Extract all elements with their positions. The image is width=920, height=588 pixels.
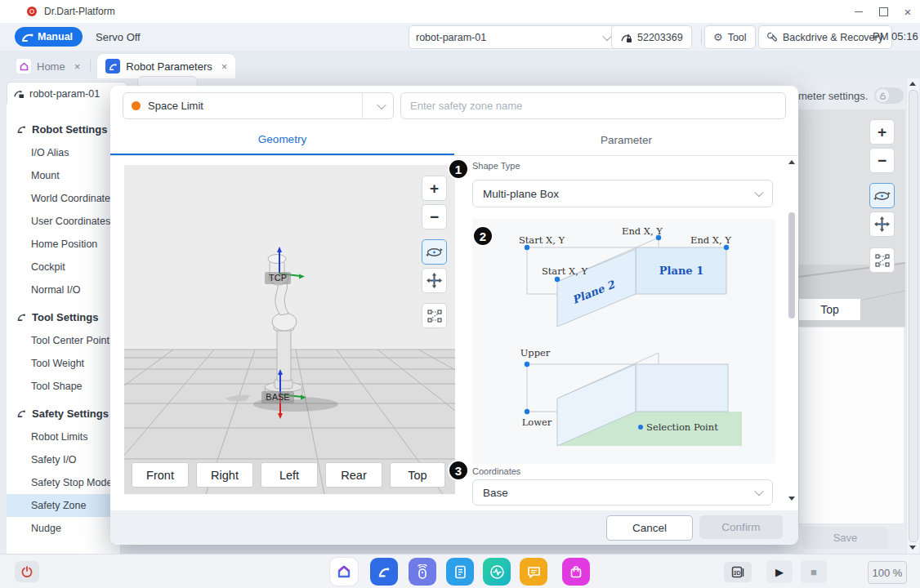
zoom-out-button[interactable]: − bbox=[422, 204, 447, 229]
zone-type-select[interactable]: Space Limit bbox=[123, 92, 394, 119]
tool-button[interactable]: ⚙ Tool bbox=[704, 25, 756, 49]
save-button[interactable]: Save bbox=[802, 527, 888, 549]
section-title: Safety Settings bbox=[32, 408, 109, 420]
lower-label: Lower bbox=[522, 416, 552, 428]
sidebar-item-nudge[interactable]: Nudge bbox=[7, 517, 120, 540]
tab-home-close-icon[interactable]: × bbox=[74, 60, 81, 73]
tab-robot-parameters-close-icon[interactable]: × bbox=[221, 60, 228, 73]
scroll-up-arrow[interactable] bbox=[909, 82, 916, 86]
bg-zoom-in-button[interactable]: + bbox=[869, 119, 895, 145]
simulation-3d-button[interactable]: 3D bbox=[724, 562, 752, 582]
pan-view-button[interactable] bbox=[422, 268, 447, 293]
scroll-up-arrow[interactable] bbox=[788, 160, 795, 164]
app-logo-icon bbox=[27, 7, 37, 16]
pan-icon bbox=[874, 216, 890, 232]
view-front-label: Front bbox=[146, 469, 174, 482]
shape-type-select[interactable]: Multi-plane Box bbox=[472, 180, 773, 207]
sidebar-item-safety-io[interactable]: Safety I/O bbox=[7, 448, 120, 471]
robot-serial-button[interactable]: 52203369 bbox=[611, 25, 692, 49]
window-title: Dr.Dart-Platform bbox=[44, 6, 115, 17]
robot-lock-icon bbox=[620, 32, 632, 43]
maximize-icon bbox=[879, 7, 888, 16]
sidebar-item-safety-stop-modes[interactable]: Safety Stop Modes bbox=[7, 471, 120, 494]
sidebar-item-mount[interactable]: Mount bbox=[7, 164, 120, 187]
power-button[interactable] bbox=[15, 561, 39, 582]
sidebar-item-normal-io[interactable]: Normal I/O bbox=[7, 278, 120, 301]
wrench-icon bbox=[767, 32, 778, 42]
bg-pan-view-button[interactable] bbox=[869, 212, 895, 237]
annotation-1-badge: 1 bbox=[448, 158, 469, 180]
manual-mode-button[interactable]: Manual bbox=[15, 27, 83, 47]
cancel-button[interactable]: Cancel bbox=[606, 515, 693, 541]
sidebar-param-header[interactable]: robot-param-01 bbox=[7, 82, 127, 105]
annotation-3-number: 3 bbox=[455, 464, 462, 478]
bg-view-top-button[interactable]: Top bbox=[798, 298, 861, 321]
app-scrollbar[interactable] bbox=[906, 78, 919, 554]
tab-home[interactable]: Home × bbox=[8, 54, 88, 78]
sidebar-item-tool-center-point[interactable]: Tool Center Point bbox=[7, 329, 120, 352]
robot-3d-viewport[interactable]: TCP BASE bbox=[124, 165, 455, 494]
app-robot-params-icon[interactable] bbox=[370, 558, 398, 586]
dialog-scrollbar-thumb[interactable] bbox=[788, 212, 795, 318]
backdrive-label: Backdrive & Recovery bbox=[783, 32, 883, 43]
coordinates-select[interactable]: Base bbox=[472, 479, 773, 506]
view-rear-button[interactable]: Rear bbox=[325, 462, 382, 488]
close-button[interactable]: × bbox=[895, 2, 920, 20]
sidebar-item-tool-weight[interactable]: Tool Weight bbox=[7, 352, 120, 375]
bg-zoom-out-button[interactable]: − bbox=[869, 148, 895, 173]
view-right-button[interactable]: Right bbox=[196, 462, 253, 488]
tab-parameter[interactable]: Parameter bbox=[454, 125, 798, 155]
app-scrollbar-thumb[interactable] bbox=[909, 90, 918, 542]
tab-home-label: Home bbox=[37, 60, 65, 73]
app-monitoring-icon[interactable] bbox=[483, 558, 511, 586]
sidebar-item-home-position[interactable]: Home Position bbox=[7, 233, 120, 256]
multi-plane-diagram: End X, Y Start X, Y End X, Y Start X, Y … bbox=[472, 224, 775, 340]
sidebar-item-safety-zone[interactable]: Safety Zone bbox=[7, 494, 120, 517]
tab-robot-parameters[interactable]: Robot Parameters × bbox=[97, 54, 235, 78]
tab-geometry-label: Geometry bbox=[258, 133, 306, 145]
bg-measure-button[interactable] bbox=[869, 247, 895, 273]
robot-arm-icon bbox=[16, 312, 27, 322]
sidebar-item-user-coordinates[interactable]: User Coordinates bbox=[7, 210, 120, 233]
app-log-icon[interactable] bbox=[520, 558, 547, 586]
app-home-icon[interactable] bbox=[330, 558, 358, 586]
sidebar-item-robot-limits[interactable]: Robot Limits bbox=[7, 425, 120, 448]
view-left-button[interactable]: Left bbox=[261, 462, 318, 488]
bg-rotate-view-button[interactable] bbox=[869, 183, 895, 208]
close-icon: × bbox=[904, 6, 912, 18]
sidebar-nav: Robot Settings I/O Alias Mount World Coo… bbox=[7, 104, 121, 554]
measure-button[interactable] bbox=[422, 303, 447, 328]
minimize-button[interactable] bbox=[846, 2, 871, 20]
play-button[interactable]: ▶ bbox=[766, 560, 793, 583]
rotate-view-button[interactable] bbox=[422, 239, 447, 265]
view-front-button[interactable]: Front bbox=[132, 462, 189, 488]
confirm-button[interactable]: Confirm bbox=[699, 515, 783, 539]
robot-scene: TCP BASE bbox=[124, 165, 455, 494]
stop-button[interactable]: ■ bbox=[801, 560, 827, 583]
sidebar-item-world-coordinates[interactable]: World Coordinates bbox=[7, 187, 120, 210]
param-set-select[interactable]: robot-param-01 bbox=[409, 25, 618, 49]
scroll-down-arrow[interactable] bbox=[788, 497, 795, 501]
power-icon bbox=[21, 566, 33, 577]
header-bar: Manual Servo Off robot-param-01 52203369… bbox=[0, 23, 920, 51]
tab-geometry[interactable]: Geometry bbox=[110, 125, 454, 155]
divider bbox=[701, 29, 702, 44]
app-jog-icon[interactable] bbox=[409, 558, 436, 586]
zoom-in-button[interactable]: + bbox=[422, 176, 447, 201]
app-task-editor-icon[interactable] bbox=[446, 558, 474, 586]
maximize-button[interactable] bbox=[871, 2, 895, 20]
dialog-scrollbar[interactable] bbox=[788, 160, 797, 502]
zone-name-input[interactable] bbox=[400, 92, 786, 119]
sidebar-item-cockpit[interactable]: Cockpit bbox=[7, 256, 120, 278]
robot-serial: 52203369 bbox=[637, 32, 683, 43]
scroll-down-arrow[interactable] bbox=[909, 546, 916, 550]
coordinates-label: Coordinates bbox=[472, 466, 520, 476]
sidebar-item-tool-shape[interactable]: Tool Shape bbox=[7, 375, 120, 398]
sidebar-item-io-alias[interactable]: I/O Alias bbox=[7, 141, 120, 164]
tool-label: Tool bbox=[728, 32, 747, 43]
view-top-button[interactable]: Top bbox=[390, 462, 445, 488]
note-text: meter settings. bbox=[798, 90, 868, 102]
speed-value-box[interactable]: 100 % bbox=[868, 561, 907, 584]
settings-lock-toggle[interactable] bbox=[874, 87, 904, 104]
app-store-icon[interactable] bbox=[562, 558, 590, 586]
